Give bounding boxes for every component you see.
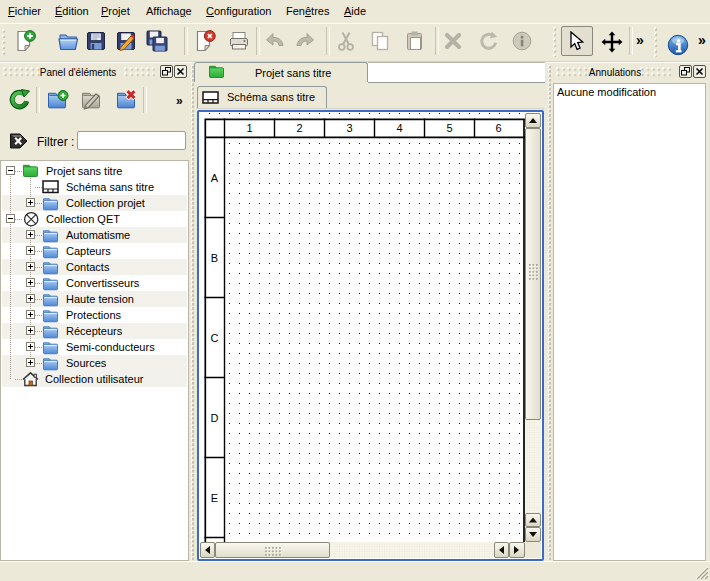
svg-text:1: 1 xyxy=(246,122,252,134)
svg-text:4: 4 xyxy=(396,122,402,134)
svg-text:E: E xyxy=(211,492,218,504)
svg-text:6: 6 xyxy=(495,122,501,134)
svg-text:A: A xyxy=(211,172,219,184)
svg-text:2: 2 xyxy=(296,122,302,134)
svg-text:C: C xyxy=(211,332,219,344)
svg-text:B: B xyxy=(211,252,218,264)
svg-text:3: 3 xyxy=(346,122,352,134)
svg-text:D: D xyxy=(211,412,219,424)
svg-text:5: 5 xyxy=(446,122,452,134)
